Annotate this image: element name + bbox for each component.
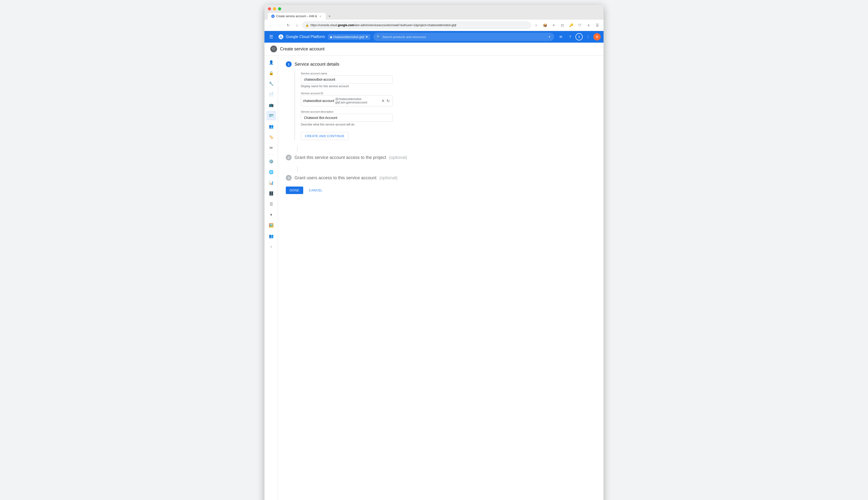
service-account-name-group: Service account name Display name for th… bbox=[301, 72, 596, 88]
project-selector[interactable]: ◆ chatwootdemobot-glqf ▼ bbox=[328, 34, 370, 40]
hamburger-menu-icon[interactable]: ☰ bbox=[267, 33, 275, 41]
main-content: 1 Service account details Service accoun… bbox=[278, 56, 603, 500]
id-prefix: chatwootbot-account bbox=[303, 99, 334, 103]
page-title: Create service account bbox=[280, 46, 325, 52]
refresh-id-button[interactable]: ↻ bbox=[385, 98, 391, 104]
topnav-right-icons: ✉ ? 1 ⋮ U bbox=[557, 33, 601, 41]
minimize-button[interactable] bbox=[273, 7, 276, 10]
clear-id-button[interactable]: ✕ bbox=[381, 98, 385, 104]
new-tab-button[interactable]: + bbox=[326, 13, 333, 20]
step1-actions: CREATE AND CONTINUE bbox=[301, 132, 596, 140]
browser-toolbar: ← → ↻ ⌂ 🔒 https://console.cloud.google.c… bbox=[265, 20, 603, 31]
gcp-logo: Google Cloud Platform bbox=[278, 34, 325, 40]
cancel-button[interactable]: CANCEL bbox=[305, 186, 326, 194]
project-name: chatwootdemobot-glqf bbox=[333, 35, 364, 39]
back-button[interactable]: ← bbox=[267, 22, 274, 29]
maximize-button[interactable] bbox=[278, 7, 281, 10]
sidebar-item-tools[interactable]: 🔧 bbox=[266, 79, 276, 88]
service-account-desc-input[interactable] bbox=[301, 114, 393, 122]
sidebar-item-groups[interactable]: 👥 bbox=[266, 121, 276, 131]
sidebar-item-monitor[interactable]: 📺 bbox=[266, 100, 276, 110]
sidebar: 👤 🔒 🔧 📄 📺 🪪 👥 🏷️ ≫ ⚙️ 🌐 📊 🗄️ ☰ ♦ 🖼️ 👥 › bbox=[265, 56, 278, 500]
tab-title: Create service account – IAM & bbox=[276, 14, 317, 18]
home-button[interactable]: ⌂ bbox=[293, 22, 300, 29]
sidebar-item-people[interactable]: 👥 bbox=[266, 231, 276, 241]
service-account-name-label: Service account name bbox=[301, 72, 596, 75]
step1-title: Service account details bbox=[294, 62, 339, 67]
tab-close-button[interactable]: × bbox=[319, 14, 322, 18]
step3-number: 3 bbox=[286, 175, 292, 181]
step1-header: 1 Service account details bbox=[286, 61, 596, 67]
1password-icon[interactable]: 🔑 bbox=[568, 22, 575, 29]
project-icon: ◆ bbox=[330, 35, 332, 39]
user-avatar[interactable]: U bbox=[593, 33, 601, 41]
step3-title: Grant users access to this service accou… bbox=[294, 175, 377, 181]
step1-section: 1 Service account details Service accoun… bbox=[286, 61, 596, 140]
ublock-icon[interactable]: 🛡 bbox=[576, 22, 583, 29]
service-account-name-input[interactable] bbox=[301, 75, 393, 83]
sidebar-item-list[interactable]: ☰ bbox=[266, 199, 276, 209]
sidebar-item-diamond[interactable]: ♦ bbox=[266, 210, 276, 219]
step3-subtitle: (optional) bbox=[379, 175, 397, 181]
lock-icon: 🔒 bbox=[305, 23, 309, 27]
service-account-name-hint: Display name for this service account bbox=[301, 84, 596, 88]
service-account-desc-label: Service account description bbox=[301, 110, 596, 113]
step3-header: 3 Grant users access to this service acc… bbox=[286, 175, 596, 181]
search-expand-icon: ▼ bbox=[548, 35, 551, 38]
page-header: 🛡 Create service account bbox=[265, 43, 603, 56]
step2-section: 2 Grant this service account access to t… bbox=[286, 155, 596, 160]
iam-page-icon: 🛡 bbox=[270, 46, 277, 52]
sidebar-item-database[interactable]: 🗄️ bbox=[266, 189, 276, 198]
menu-icon[interactable]: ☰ bbox=[594, 22, 601, 29]
options-icon[interactable]: ⋮ bbox=[584, 33, 592, 41]
gcp-logo-text: Google Cloud Platform bbox=[286, 35, 325, 39]
refresh-button[interactable]: ↻ bbox=[285, 22, 292, 29]
sidebar-item-settings[interactable]: ⚙️ bbox=[266, 157, 276, 166]
step1-number: 1 bbox=[286, 61, 292, 67]
sidebar-divider bbox=[267, 154, 275, 155]
service-account-id-label: Service account ID bbox=[301, 92, 596, 95]
cloud-shell-icon[interactable]: ✉ bbox=[557, 33, 565, 41]
tab-favicon: G bbox=[271, 14, 275, 18]
gcp-logo-icon bbox=[278, 34, 284, 40]
step3-section: 3 Grant users access to this service acc… bbox=[286, 175, 596, 181]
step1-fields: Service account name Display name for th… bbox=[294, 72, 596, 140]
pocket-icon[interactable]: 📦 bbox=[542, 22, 548, 29]
search-placeholder: Search products and resources bbox=[382, 35, 426, 39]
sidebar-item-table[interactable]: 📊 bbox=[266, 178, 276, 188]
section-divider-1 bbox=[297, 146, 298, 152]
help-icon[interactable]: ? bbox=[566, 33, 574, 41]
section-divider-2 bbox=[297, 166, 298, 172]
create-and-continue-button[interactable]: CREATE AND CONTINUE bbox=[301, 132, 348, 140]
address-bar[interactable]: 🔒 https://console.cloud.google.com/iam-a… bbox=[302, 22, 531, 29]
active-tab[interactable]: G Create service account – IAM & × bbox=[268, 13, 326, 20]
service-account-desc-group: Service account description Describe wha… bbox=[301, 110, 596, 126]
done-button[interactable]: DONE bbox=[286, 186, 303, 194]
sidebar-collapse-icon[interactable]: › bbox=[266, 242, 276, 251]
id-suffix: @chatwootdemobot-glqf.iam.gserviceaccoun… bbox=[334, 96, 381, 105]
bookmark-icon[interactable]: ☆ bbox=[533, 22, 540, 29]
sidebar-item-tags[interactable]: 🏷️ bbox=[266, 132, 276, 142]
sidebar-item-iam[interactable]: 🪪 bbox=[266, 111, 276, 121]
sidebar-item-document[interactable]: 📄 bbox=[266, 89, 276, 99]
sidebar-item-security[interactable]: 🔒 bbox=[266, 68, 276, 78]
pip-icon[interactable]: ⊡ bbox=[559, 22, 566, 29]
search-icon: 🔍 bbox=[377, 35, 381, 39]
close-button[interactable] bbox=[268, 7, 271, 10]
project-dropdown-icon: ▼ bbox=[365, 35, 368, 39]
step2-number: 2 bbox=[286, 155, 292, 160]
forward-button[interactable]: → bbox=[276, 22, 283, 29]
sidebar-item-more[interactable]: ≫ bbox=[266, 143, 276, 152]
notification-badge[interactable]: 1 bbox=[576, 33, 583, 41]
search-bar[interactable]: 🔍 Search products and resources ▼ bbox=[373, 33, 554, 41]
toolbar-icons: ☆ 📦 ≡ ⊡ 🔑 🛡 ∧ ☰ bbox=[533, 22, 601, 29]
reader-icon[interactable]: ≡ bbox=[550, 22, 557, 29]
sidebar-item-person[interactable]: 👤 bbox=[266, 57, 276, 67]
gcp-topnav: ☰ Google Cloud Platform ◆ chatwootdemobo… bbox=[265, 31, 603, 43]
sidebar-item-image[interactable]: 🖼️ bbox=[266, 220, 276, 230]
sidebar-item-globe[interactable]: 🌐 bbox=[266, 167, 276, 177]
step2-header: 2 Grant this service account access to t… bbox=[286, 155, 596, 160]
page-layout: 👤 🔒 🔧 📄 📺 🪪 👥 🏷️ ≫ ⚙️ 🌐 📊 🗄️ ☰ ♦ 🖼️ 👥 › bbox=[265, 56, 603, 500]
service-account-id-field: chatwootbot-account @chatwootdemobot-glq… bbox=[301, 95, 393, 106]
track-icon[interactable]: ∧ bbox=[585, 22, 592, 29]
